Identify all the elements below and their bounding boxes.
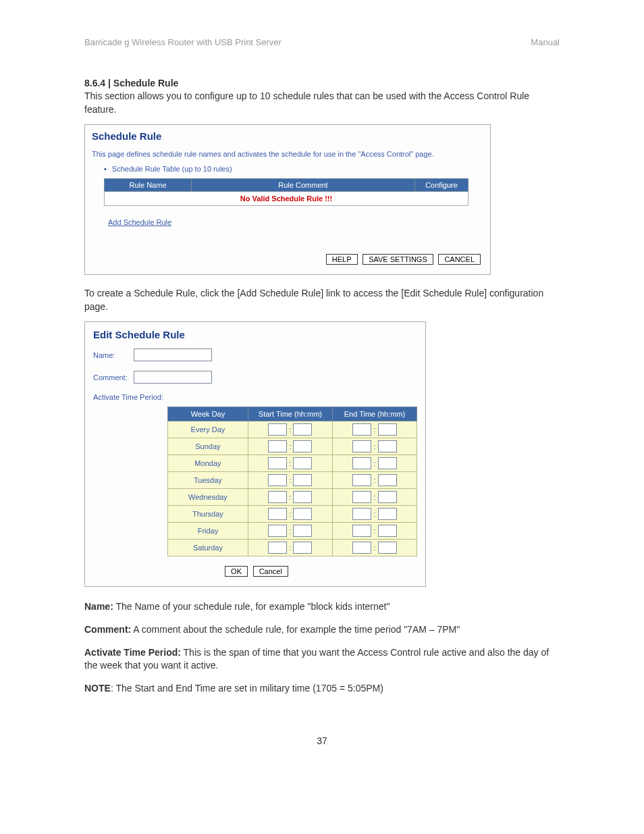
time-period-table: Week Day Start Time (hh:mm) End Time (hh… [167, 407, 417, 556]
cancel-button[interactable]: CANCEL [438, 254, 481, 265]
start-min-input[interactable] [293, 474, 312, 486]
end-min-input[interactable] [378, 508, 397, 520]
start-hour-input[interactable] [268, 542, 287, 554]
start-hour-input[interactable] [268, 474, 287, 486]
start-hour-input[interactable] [268, 525, 287, 537]
panel1-desc: This page defines schedule rule names an… [92, 150, 483, 158]
start-hour-input[interactable] [268, 440, 287, 452]
start-time-cell: : [248, 472, 332, 489]
time-row: Tuesday : : [168, 472, 417, 489]
start-min-input[interactable] [293, 508, 312, 520]
weekday-cell: Every Day [168, 421, 248, 438]
start-hour-input[interactable] [268, 508, 287, 520]
time-row: Monday : : [168, 455, 417, 472]
save-settings-button[interactable]: SAVE SETTINGS [363, 254, 433, 265]
end-hour-input[interactable] [352, 525, 371, 537]
end-hour-input[interactable] [352, 491, 371, 503]
weekday-cell: Sunday [168, 438, 248, 455]
mid-text: To create a Schedule Rule, click the [Ad… [84, 287, 560, 313]
panel1-title: Schedule Rule [92, 130, 483, 142]
start-time-cell: : [248, 489, 332, 506]
ok-button[interactable]: OK [225, 566, 248, 577]
end-min-input[interactable] [378, 423, 397, 436]
end-hour-input[interactable] [352, 440, 371, 452]
time-row: Thursday : : [168, 506, 417, 523]
rule-table: Rule Name Rule Comment Configure No Vali… [104, 178, 468, 206]
def-name: Name: The Name of your schedule rule, fo… [84, 600, 560, 614]
weekday-cell: Thursday [168, 506, 248, 523]
end-time-cell: : [332, 540, 417, 556]
start-time-cell: : [248, 506, 332, 523]
end-time-cell: : [332, 489, 417, 506]
end-min-input[interactable] [378, 440, 397, 452]
weekday-cell: Tuesday [168, 472, 248, 489]
end-hour-input[interactable] [352, 423, 371, 436]
no-valid-rule-msg: No Valid Schedule Rule !!! [105, 192, 468, 206]
start-hour-input[interactable] [268, 491, 287, 503]
col-end-time: End Time (hh:mm) [332, 407, 417, 421]
add-schedule-rule-link[interactable]: Add Schedule Rule [108, 218, 171, 226]
section-intro: This section allows you to configure up … [84, 90, 560, 116]
weekday-cell: Friday [168, 523, 248, 540]
end-time-cell: : [332, 421, 417, 438]
def-note: NOTE: The Start and End Time are set in … [84, 682, 560, 696]
end-time-cell: : [332, 438, 417, 455]
comment-input[interactable] [134, 371, 212, 384]
time-row: Saturday : : [168, 540, 417, 556]
start-time-cell: : [248, 421, 332, 438]
end-min-input[interactable] [378, 474, 397, 486]
start-min-input[interactable] [293, 457, 312, 469]
end-min-input[interactable] [378, 491, 397, 503]
help-button[interactable]: HELP [326, 254, 358, 265]
panel2-title: Edit Schedule Rule [93, 329, 417, 340]
start-hour-input[interactable] [268, 457, 287, 469]
time-row: Wednesday : : [168, 489, 417, 506]
col-configure: Configure [415, 179, 468, 192]
page-number: 37 [84, 735, 560, 746]
time-row: Every Day : : [168, 421, 417, 438]
def-comment: Comment: A comment about the schedule ru… [84, 623, 560, 637]
end-min-input[interactable] [378, 542, 397, 554]
weekday-cell: Wednesday [168, 489, 248, 506]
end-time-cell: : [332, 506, 417, 523]
end-min-input[interactable] [378, 457, 397, 469]
def-atp: Activate Time Period: This is the span o… [84, 646, 560, 673]
edit-schedule-rule-panel: Edit Schedule Rule Name: Comment: Activa… [84, 321, 426, 587]
start-hour-input[interactable] [268, 423, 287, 436]
doc-title: Barricade g Wireless Router with USB Pri… [84, 37, 281, 47]
doc-right: Manual [531, 37, 560, 47]
col-start-time: Start Time (hh:mm) [248, 407, 332, 421]
end-hour-input[interactable] [352, 457, 371, 469]
schedule-rule-panel: Schedule Rule This page defines schedule… [84, 124, 491, 275]
time-row: Friday : : [168, 523, 417, 540]
start-min-input[interactable] [293, 423, 312, 436]
end-time-cell: : [332, 523, 417, 540]
edit-cancel-button[interactable]: Cancel [253, 566, 288, 577]
end-hour-input[interactable] [352, 508, 371, 520]
end-hour-input[interactable] [352, 474, 371, 486]
end-min-input[interactable] [378, 525, 397, 537]
time-row: Sunday : : [168, 438, 417, 455]
name-input[interactable] [134, 348, 212, 361]
weekday-cell: Monday [168, 455, 248, 472]
start-time-cell: : [248, 540, 332, 556]
atp-label: Activate Time Period: [93, 393, 417, 401]
start-min-input[interactable] [293, 542, 312, 554]
col-weekday: Week Day [168, 407, 248, 421]
start-min-input[interactable] [293, 440, 312, 452]
col-rule-comment: Rule Comment [192, 179, 415, 192]
end-time-cell: : [332, 455, 417, 472]
start-time-cell: : [248, 438, 332, 455]
weekday-cell: Saturday [168, 540, 248, 556]
start-min-input[interactable] [293, 525, 312, 537]
panel1-bullet: Schedule Rule Table (up to 10 rules) [104, 165, 483, 173]
end-hour-input[interactable] [352, 542, 371, 554]
section-heading: 8.6.4 | Schedule Rule [84, 78, 560, 88]
col-rule-name: Rule Name [105, 179, 192, 192]
name-label: Name: [93, 351, 134, 359]
start-time-cell: : [248, 455, 332, 472]
end-time-cell: : [332, 472, 417, 489]
start-min-input[interactable] [293, 491, 312, 503]
start-time-cell: : [248, 523, 332, 540]
comment-label: Comment: [93, 373, 134, 382]
